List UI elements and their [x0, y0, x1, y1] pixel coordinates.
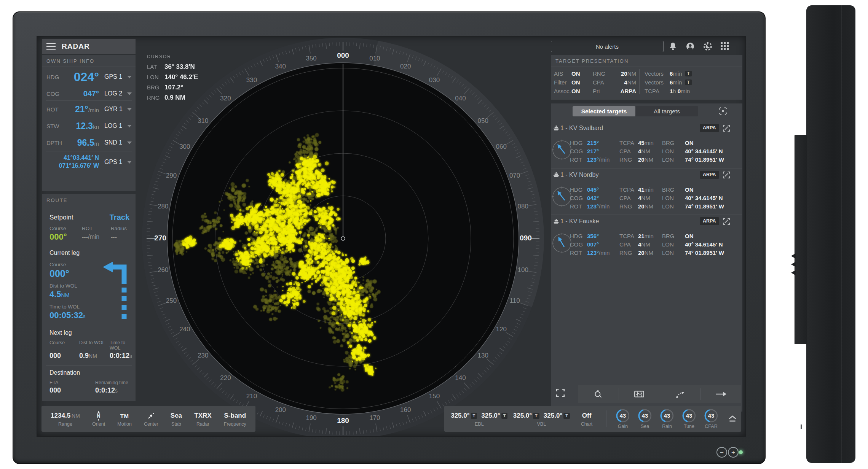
tab-selected-targets[interactable]: Selected targets: [573, 106, 635, 116]
gain-knob[interactable]: 43 Gain: [612, 409, 634, 429]
day-night-theme-icon[interactable]: [703, 42, 712, 51]
cpa-label: CPA: [619, 241, 638, 248]
collapse-bar-icon[interactable]: [728, 415, 737, 423]
range-value: 1234.5: [51, 412, 70, 420]
sea-label: Sea: [634, 424, 656, 429]
rot-label: ROT: [570, 156, 587, 163]
brg-label: BRG: [662, 140, 685, 146]
expand-target-icon[interactable]: [722, 171, 731, 179]
target-card[interactable]: 1 - KV Nordby ARPA HDG045° TCPA41min BRG…: [551, 168, 742, 215]
alerts-field[interactable]: No alerts: [551, 41, 664, 52]
cpa-label: CPA: [593, 79, 613, 86]
rot-label: ROT: [46, 106, 65, 113]
vbl-true-chip-1[interactable]: T: [533, 413, 539, 419]
chart-overlay-icon[interactable]: [619, 388, 659, 400]
chart-control[interactable]: Off Chart: [573, 411, 601, 427]
fullscreen-icon[interactable]: [555, 388, 565, 398]
dpth-unit: m: [94, 140, 99, 147]
user-account-icon[interactable]: [686, 42, 695, 51]
target-trails-icon[interactable]: [660, 388, 700, 400]
orientation-control[interactable]: N Orient: [92, 411, 105, 427]
orientation-label: Orient: [92, 421, 105, 427]
cpa-value[interactable]: 4: [624, 79, 627, 86]
target-card[interactable]: 1 - KV Fauske ARPA HDG356° TCPA21min BRG…: [551, 215, 742, 261]
apps-grid-icon[interactable]: [721, 42, 729, 51]
stab-label: Stab: [171, 421, 182, 427]
dpth-source-chevron-down-icon[interactable]: [127, 141, 132, 144]
acquire-target-icon[interactable]: [578, 389, 619, 399]
nl-time-unit: s: [129, 353, 132, 359]
target-brg: ON: [685, 140, 694, 146]
route-course-value: 000°: [49, 232, 82, 242]
menu-hamburger-icon[interactable]: [46, 43, 56, 50]
tcpa-limit-label: TCPA: [645, 88, 670, 94]
stw-source-chevron-down-icon[interactable]: [127, 125, 132, 127]
north-up-icon: N: [96, 411, 102, 421]
cfar-value: 43: [708, 413, 714, 419]
vectors-true-chip[interactable]: T: [685, 71, 692, 76]
motion-control[interactable]: TM Motion: [117, 411, 132, 427]
tcpa-label: TCPA: [619, 233, 638, 239]
rng-value[interactable]: 20: [621, 70, 627, 77]
svg-text:180: 180: [337, 417, 349, 424]
expand-target-list-icon[interactable]: [718, 107, 728, 116]
vectors-label: Vectors: [645, 70, 670, 77]
rot-source-chevron-down-icon[interactable]: [127, 108, 132, 111]
brightness-plus-button[interactable]: +: [728, 447, 739, 458]
ebl-true-chip-2[interactable]: T: [501, 413, 508, 419]
ais-value[interactable]: ON: [571, 70, 593, 77]
target-card[interactable]: 1 - KV Svalbard ARPA HDG215° TCPA45min B…: [551, 122, 742, 168]
stab-value: Sea: [171, 411, 182, 421]
brightness-minus-button[interactable]: −: [716, 447, 727, 458]
sidebar-header: RADAR: [42, 39, 136, 54]
cfar-knob[interactable]: 43 CFAR: [700, 409, 722, 429]
frequency-control[interactable]: S-band Frequency: [224, 411, 246, 427]
brg-label: BRG: [662, 186, 685, 193]
setpoint-value[interactable]: Track: [110, 213, 129, 222]
tcpa-min-value[interactable]: 0: [678, 88, 681, 94]
sea-knob[interactable]: 43 Sea: [634, 409, 656, 429]
assoc-value[interactable]: ON: [571, 88, 593, 94]
lon-label: LON: [662, 203, 685, 210]
target-name: 1 - KV Svalbard: [560, 125, 603, 132]
txrx-control[interactable]: TXRX Radar: [194, 411, 211, 427]
cursor-rng-label: RNG: [147, 94, 164, 101]
filter-value[interactable]: ON: [571, 79, 593, 86]
center-control[interactable]: Center: [144, 411, 158, 427]
vbl-true-chip-2[interactable]: T: [563, 413, 570, 419]
current-leg-title: Current leg: [42, 242, 136, 256]
motion-label: Motion: [117, 421, 132, 427]
expand-target-icon[interactable]: [722, 217, 731, 226]
cog-value: 047°: [65, 89, 102, 98]
gain-value: 43: [620, 413, 626, 419]
tab-all-targets[interactable]: All targets: [635, 106, 698, 116]
bell-icon[interactable]: [669, 42, 677, 51]
nl-course-label: Course: [49, 340, 79, 351]
ebl-true-chip-1[interactable]: T: [471, 413, 477, 419]
cursor-readout: CURSOR LAT36° 33.8′N LON140° 46.2′E BRG1…: [147, 54, 198, 103]
position-source-chevron-down-icon[interactable]: [127, 161, 132, 164]
eta-value: 000: [49, 386, 95, 394]
pri-value[interactable]: ARPA: [621, 88, 636, 94]
vectors2-true-chip[interactable]: T: [685, 79, 692, 85]
hdg-source-chevron-down-icon[interactable]: [127, 76, 132, 78]
stw-unit: kn: [93, 124, 99, 130]
range-control[interactable]: 1234.5NM Range: [51, 411, 80, 427]
rng-label: RNG: [619, 250, 638, 256]
cog-source-chevron-down-icon[interactable]: [127, 92, 132, 95]
tune-knob[interactable]: 43 Tune: [678, 409, 700, 429]
cursor-brg-value: 107.2°: [164, 84, 183, 91]
side-notch: [801, 424, 802, 429]
stw-label: STW: [46, 123, 65, 129]
ebl-control[interactable]: 325.0°T 325.0°T EBL: [448, 411, 511, 427]
stabilization-control[interactable]: Sea Stab: [171, 411, 182, 427]
vector-arrow-icon[interactable]: [700, 388, 741, 400]
filter-label: Filter: [554, 79, 571, 86]
target-tcpa: 21: [638, 233, 645, 239]
rain-knob[interactable]: 43 Rain: [656, 409, 678, 429]
range-unit: NM: [72, 413, 80, 419]
radar-echo-display[interactable]: [164, 60, 522, 417]
cpa-unit: NM: [641, 148, 650, 154]
vbl-control[interactable]: 325.0°T 325.0°T VBL: [511, 411, 573, 427]
expand-target-icon[interactable]: [722, 124, 731, 132]
